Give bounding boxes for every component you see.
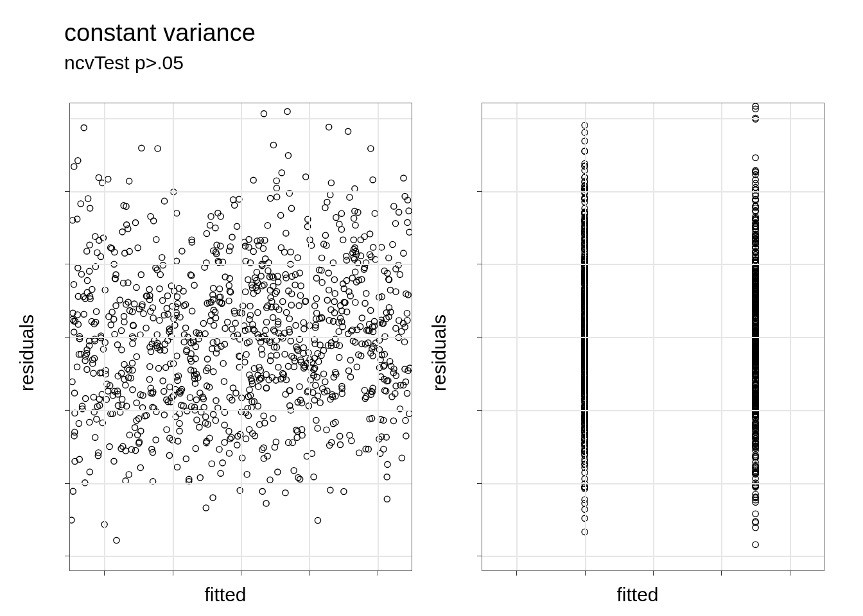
svg-point-743 xyxy=(247,387,252,393)
svg-point-573 xyxy=(316,359,322,364)
svg-point-558 xyxy=(333,214,339,220)
svg-point-86 xyxy=(87,242,92,248)
svg-point-253 xyxy=(265,268,271,273)
svg-point-429 xyxy=(180,288,186,294)
svg-point-288 xyxy=(385,461,390,467)
svg-point-572 xyxy=(349,438,354,443)
svg-point-552 xyxy=(139,145,144,151)
x-tick xyxy=(721,570,722,576)
svg-point-890 xyxy=(401,175,406,181)
svg-point-939 xyxy=(90,361,96,366)
svg-point-727 xyxy=(187,395,193,400)
svg-point-645 xyxy=(72,429,78,435)
svg-point-961 xyxy=(270,327,276,333)
svg-point-349 xyxy=(247,303,253,309)
svg-point-802 xyxy=(261,413,266,419)
svg-point-768 xyxy=(284,108,290,114)
svg-point-979 xyxy=(313,316,319,321)
svg-point-538 xyxy=(111,458,117,464)
svg-point-730 xyxy=(303,174,309,180)
svg-point-781 xyxy=(331,310,337,316)
svg-point-378 xyxy=(362,300,368,306)
svg-point-778 xyxy=(71,390,77,396)
svg-point-755 xyxy=(265,223,270,228)
svg-point-358 xyxy=(176,286,182,291)
svg-point-436 xyxy=(141,311,146,316)
svg-point-650 xyxy=(160,262,166,268)
x-tick xyxy=(790,570,790,576)
svg-point-725 xyxy=(358,237,363,243)
svg-point-949 xyxy=(106,314,112,320)
svg-point-687 xyxy=(175,300,180,306)
svg-point-416 xyxy=(147,364,153,370)
svg-point-282 xyxy=(214,339,220,345)
svg-point-69 xyxy=(396,209,402,215)
svg-point-711 xyxy=(336,329,342,334)
svg-point-971 xyxy=(338,227,344,232)
svg-point-289 xyxy=(92,434,98,440)
svg-point-236 xyxy=(203,414,209,420)
svg-point-976 xyxy=(288,338,293,344)
svg-point-135 xyxy=(314,310,320,316)
svg-point-703 xyxy=(320,348,326,354)
svg-point-742 xyxy=(324,427,329,432)
svg-point-335 xyxy=(403,418,408,424)
svg-point-640 xyxy=(164,427,170,432)
y-tick xyxy=(477,264,482,264)
svg-point-286 xyxy=(226,429,232,434)
svg-point-353 xyxy=(356,450,362,456)
svg-point-394 xyxy=(313,417,319,423)
svg-point-624 xyxy=(87,469,92,475)
svg-point-967 xyxy=(291,364,297,370)
left-panel: residuals fitted xyxy=(39,103,412,603)
x-tick xyxy=(309,570,309,576)
svg-point-882 xyxy=(363,291,369,296)
svg-point-599 xyxy=(160,298,166,304)
svg-point-522 xyxy=(367,231,373,237)
svg-point-11 xyxy=(397,271,403,277)
svg-point-944 xyxy=(270,142,276,148)
svg-point-717 xyxy=(115,403,121,409)
svg-point-385 xyxy=(161,198,167,204)
svg-point-438 xyxy=(272,444,277,450)
svg-point-983 xyxy=(338,303,344,309)
svg-point-392 xyxy=(211,369,216,375)
svg-point-847 xyxy=(216,447,222,452)
svg-point-823 xyxy=(134,354,139,359)
svg-point-336 xyxy=(94,416,100,422)
svg-point-517 xyxy=(295,255,301,261)
svg-point-960 xyxy=(112,276,118,282)
svg-point-401 xyxy=(91,394,96,400)
svg-point-298 xyxy=(254,270,259,275)
svg-point-348 xyxy=(285,153,291,158)
svg-point-911 xyxy=(347,374,353,380)
svg-point-729 xyxy=(386,255,392,261)
svg-point-1177 xyxy=(753,155,758,160)
svg-point-512 xyxy=(292,282,298,287)
svg-point-334 xyxy=(242,243,248,249)
svg-point-107 xyxy=(164,305,170,311)
svg-point-583 xyxy=(151,218,157,224)
svg-point-842 xyxy=(143,325,149,331)
svg-point-380 xyxy=(337,441,343,447)
svg-point-265 xyxy=(135,432,141,438)
svg-point-641 xyxy=(134,400,139,406)
svg-point-411 xyxy=(167,384,173,389)
svg-point-830 xyxy=(261,282,267,287)
svg-point-442 xyxy=(197,475,203,481)
svg-point-179 xyxy=(381,446,387,452)
svg-point-118 xyxy=(210,339,216,345)
svg-point-40 xyxy=(275,279,281,285)
svg-point-119 xyxy=(242,359,248,365)
svg-point-692 xyxy=(245,277,251,282)
grid-line-horizontal xyxy=(70,337,412,338)
svg-point-217 xyxy=(93,319,99,325)
svg-point-910 xyxy=(263,385,269,391)
svg-point-500 xyxy=(208,214,214,219)
svg-point-954 xyxy=(161,312,167,318)
svg-point-964 xyxy=(269,298,275,304)
svg-point-896 xyxy=(84,248,90,254)
svg-point-497 xyxy=(275,469,281,475)
svg-point-211 xyxy=(157,318,162,323)
svg-point-845 xyxy=(81,311,87,317)
